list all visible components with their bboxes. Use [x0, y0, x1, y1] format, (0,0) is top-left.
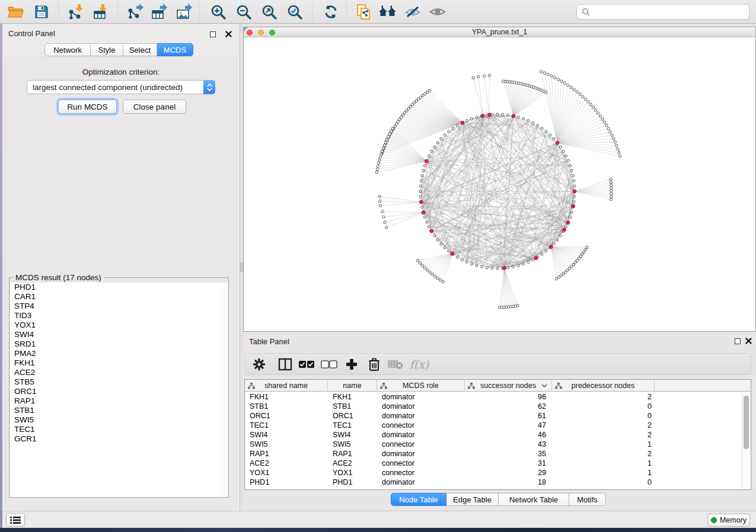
zoom-fit-icon[interactable]	[259, 2, 280, 21]
cell-successor-nodes: 29	[465, 468, 546, 477]
cell-predecessor-nodes: 1	[552, 468, 652, 477]
memory-button[interactable]: Memory	[707, 514, 750, 527]
select-all-checkboxes-icon[interactable]	[297, 355, 316, 373]
export-network-icon[interactable]	[125, 2, 146, 21]
select-stepper-icon	[203, 80, 215, 94]
save-session-icon[interactable]	[31, 2, 52, 21]
cell-shared-name: ORC1	[250, 411, 270, 421]
column-layout-icon[interactable]	[276, 355, 295, 373]
show-all-icon[interactable]	[427, 2, 448, 21]
cell-name: TEC1	[333, 421, 352, 430]
list-item[interactable]: SWI5	[10, 415, 220, 425]
tab-mcds[interactable]: MCDS	[157, 43, 193, 56]
table-row[interactable]: PHD1PHD1dominator180	[245, 477, 741, 487]
deselect-all-checkboxes-icon[interactable]	[320, 355, 339, 373]
table-row[interactable]: STB1STB1dominator620	[245, 402, 741, 411]
cell-predecessor-nodes: 2	[552, 421, 652, 430]
cell-name: SWI5	[333, 440, 351, 449]
cell-shared-name: RAP1	[250, 449, 269, 459]
table-row[interactable]: ACE2ACE2connector311	[245, 459, 741, 468]
list-item[interactable]: TEC1	[10, 425, 220, 434]
network-window-titlebar[interactable]: YPA_prune.txt_1	[244, 27, 755, 37]
settings-gear-icon[interactable]	[250, 355, 269, 373]
table-row[interactable]: YOX1YOX1connector291	[245, 468, 741, 477]
list-item[interactable]: STB5	[10, 377, 220, 387]
table-rows: FKH1FKH1dominator962STB1STB1dominator620…	[245, 392, 741, 487]
list-item[interactable]: FKH1	[10, 358, 220, 368]
table-row[interactable]: SWI5SWI5connector431	[245, 440, 741, 449]
float-panel-icon[interactable]	[209, 30, 216, 38]
cell-shared-name: TEC1	[250, 421, 269, 430]
table-row[interactable]: FKH1FKH1dominator962	[245, 392, 741, 402]
list-item[interactable]: RAP1	[10, 396, 220, 406]
mcds-result-list[interactable]: PHD1CAR1STP4TID3YOX1SWI4SRD1PMA2FKH1ACE2…	[10, 283, 221, 497]
hide-selected-icon[interactable]	[402, 2, 423, 21]
cell-predecessor-nodes: 2	[552, 449, 652, 459]
tab-network-table[interactable]: Network Table	[499, 493, 569, 506]
import-network-icon[interactable]	[65, 2, 87, 21]
table-row[interactable]: SWI4SWI4dominator462	[245, 430, 741, 440]
list-item[interactable]: GCR1	[10, 434, 220, 444]
list-item[interactable]: CAR1	[10, 292, 220, 302]
tab-motifs[interactable]: Motifs	[569, 493, 606, 506]
list-item[interactable]: STP4	[10, 302, 220, 311]
table-row[interactable]: ORC1ORC1dominator610	[245, 411, 741, 421]
control-panel-title: Control Panel	[8, 29, 55, 38]
tab-network[interactable]: Network	[44, 43, 91, 56]
table-scrollbar-thumb[interactable]	[744, 396, 749, 449]
list-item[interactable]: ORC1	[10, 387, 220, 396]
network-graph[interactable]	[244, 37, 755, 331]
column-header-shared-name[interactable]: shared name	[245, 380, 328, 392]
column-header-successor-nodes[interactable]: successor nodes	[465, 380, 552, 392]
optimization-criterion-select[interactable]: largest connected component (undirected)	[27, 80, 215, 94]
node-table[interactable]: shared namenameMCDS rolesuccessor nodesp…	[244, 379, 751, 490]
first-neighbors-icon[interactable]	[377, 2, 398, 21]
cell-mcds-role: dominator	[382, 449, 415, 459]
tab-style[interactable]: Style	[91, 43, 123, 56]
mcds-panel: Optimization criterion: largest connecte…	[5, 57, 237, 508]
duplicate-network-icon[interactable]	[353, 2, 375, 21]
column-header-predecessor-nodes[interactable]: predecessor nodes	[552, 380, 655, 392]
run-mcds-button[interactable]: Run MCDS	[58, 100, 117, 114]
list-item[interactable]: SWI4	[10, 330, 220, 339]
memory-label: Memory	[720, 516, 747, 524]
export-image-icon[interactable]	[173, 2, 194, 21]
zoom-out-icon[interactable]	[233, 2, 254, 21]
close-table-panel-icon[interactable]	[745, 337, 752, 345]
list-item[interactable]: PMA2	[10, 349, 220, 358]
table-scrollbar[interactable]	[742, 392, 750, 489]
list-item[interactable]: YOX1	[10, 321, 220, 330]
tab-edge-table[interactable]: Edge Table	[446, 493, 499, 506]
tab-select[interactable]: Select	[123, 43, 157, 56]
mcds-list-scrollbar[interactable]	[219, 283, 228, 497]
close-panel-icon[interactable]	[225, 30, 232, 38]
cell-mcds-role: connector	[382, 468, 414, 477]
column-header-name[interactable]: name	[328, 380, 377, 392]
search-input[interactable]	[594, 8, 749, 17]
table-row[interactable]: TEC1TEC1connector472	[245, 421, 741, 430]
export-table-icon[interactable]	[148, 2, 170, 21]
tab-node-table[interactable]: Node Table	[391, 493, 446, 506]
zoom-in-icon[interactable]	[208, 2, 229, 21]
search-field[interactable]	[576, 4, 749, 20]
delete-row-icon[interactable]	[365, 355, 384, 373]
list-item[interactable]: TID3	[10, 311, 220, 321]
table-row[interactable]: RAP1RAP1dominator352	[245, 449, 741, 459]
refresh-view-icon[interactable]	[320, 2, 342, 21]
open-file-icon[interactable]	[5, 2, 26, 21]
import-table-icon[interactable]	[90, 2, 111, 21]
cell-mcds-role: connector	[382, 440, 414, 449]
cell-predecessor-nodes: 1	[552, 459, 652, 468]
add-row-icon[interactable]	[342, 355, 361, 373]
zoom-selected-icon[interactable]	[284, 2, 305, 21]
column-header-MCDS-role[interactable]: MCDS role	[377, 380, 465, 392]
list-item[interactable]: STB1	[10, 406, 220, 415]
list-item[interactable]: SRD1	[10, 339, 220, 349]
list-item[interactable]: ACE2	[10, 368, 220, 377]
float-table-panel-icon[interactable]	[733, 337, 741, 345]
cell-predecessor-nodes: 0	[552, 402, 652, 411]
close-panel-button[interactable]: Close panel	[123, 100, 186, 114]
list-item[interactable]: PHD1	[10, 283, 220, 292]
task-history-button[interactable]	[6, 513, 25, 527]
cell-successor-nodes: 61	[465, 411, 546, 421]
